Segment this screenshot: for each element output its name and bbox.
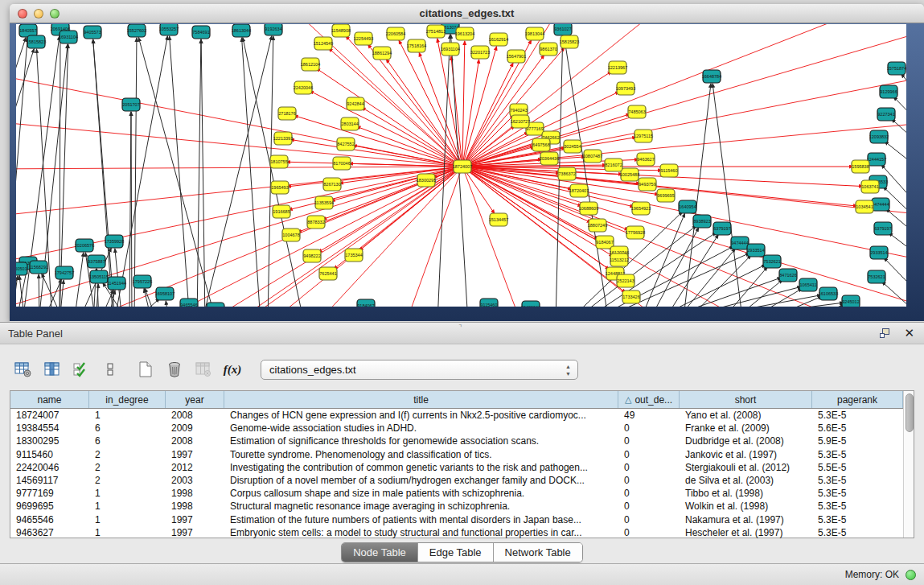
network-node[interactable]: 2803144 bbox=[341, 117, 359, 130]
show-columns-icon[interactable] bbox=[40, 357, 64, 381]
network-node[interactable]: 15527602 bbox=[127, 24, 146, 37]
network-node[interactable]: 7485063 bbox=[628, 105, 646, 118]
network-node[interactable]: 17359928 bbox=[105, 235, 124, 248]
network-node[interactable]: 9184067 bbox=[596, 236, 614, 249]
network-node[interactable]: 11568291 bbox=[29, 261, 48, 274]
network-node[interactable]: 9465546 bbox=[180, 299, 198, 307]
network-node[interactable]: 17756928 bbox=[626, 226, 645, 239]
network-node[interactable]: 7532621 bbox=[868, 270, 885, 283]
network-node[interactable]: 9192634 bbox=[265, 24, 282, 35]
network-node[interactable]: 27514813 bbox=[426, 25, 446, 38]
column-header-pagerank[interactable]: pagerank bbox=[812, 391, 903, 408]
network-node[interactable]: 10807487 bbox=[583, 150, 602, 163]
column-header-out_degree[interactable]: △out_de... bbox=[618, 391, 680, 408]
tab-node-table[interactable]: Node Table bbox=[342, 543, 418, 562]
network-node[interactable]: 9405573 bbox=[84, 26, 101, 39]
table-row[interactable]: 977716911998Corpus callosum shape and si… bbox=[10, 487, 903, 500]
new-column-icon[interactable] bbox=[133, 357, 158, 381]
network-node[interactable]: 16648784 bbox=[702, 70, 721, 83]
table-row[interactable]: 946554611997Estimation of the future num… bbox=[10, 513, 903, 526]
network-node[interactable]: 22420046 bbox=[521, 301, 540, 307]
network-node[interactable]: 11513212 bbox=[610, 253, 629, 266]
column-header-short[interactable]: short bbox=[680, 391, 812, 408]
network-node[interactable]: 18612104 bbox=[301, 58, 320, 71]
network-node[interactable]: 15124549 bbox=[314, 37, 333, 50]
network-node[interactable]: 8878332 bbox=[307, 216, 325, 229]
network-node[interactable]: 1595838 bbox=[852, 160, 869, 173]
network-node[interactable]: 7584691 bbox=[192, 26, 210, 39]
network-node[interactable]: 18724007 bbox=[453, 160, 472, 173]
network-node[interactable]: 22060584 bbox=[386, 27, 405, 40]
network-node[interactable]: 16106533 bbox=[819, 287, 838, 300]
network-node[interactable]: 9227341 bbox=[877, 108, 895, 121]
network-node[interactable]: 13505115 bbox=[89, 270, 109, 283]
network-node[interactable]: 8938923 bbox=[693, 215, 711, 228]
network-node[interactable]: 1916685 bbox=[273, 205, 290, 218]
table-row[interactable]: 911546021997Tourette syndrome. Phenomeno… bbox=[10, 448, 903, 461]
network-node[interactable]: 11548908 bbox=[331, 24, 351, 37]
table-row[interactable]: 1938455462009Genome-wide association stu… bbox=[10, 422, 903, 435]
network-node[interactable]: 16958107 bbox=[155, 287, 175, 300]
network-node[interactable]: 14569117 bbox=[206, 303, 225, 307]
delete-columns-icon[interactable] bbox=[162, 357, 187, 381]
table-row[interactable]: 969969511998Structural magnetic resonanc… bbox=[10, 500, 903, 513]
network-node[interactable]: 20364436 bbox=[540, 152, 559, 165]
network-node[interactable]: 1640954 bbox=[679, 200, 696, 213]
panel-resize-handle[interactable]: ⌝ bbox=[458, 324, 466, 331]
network-node[interactable]: 1810755 bbox=[270, 155, 288, 168]
network-node[interactable]: 18720407 bbox=[569, 184, 589, 197]
network-node[interactable]: 10973493 bbox=[616, 82, 635, 95]
delete-table-icon[interactable] bbox=[191, 357, 216, 381]
network-node[interactable]: 8267130 bbox=[323, 178, 341, 191]
network-node[interactable]: 17942757 bbox=[55, 266, 74, 279]
network-node[interactable]: 32201723 bbox=[470, 46, 490, 59]
network-node[interactable]: 9115460 bbox=[480, 299, 498, 307]
table-row[interactable]: 1872400712008Changes of HCN gene express… bbox=[10, 409, 903, 422]
network-node[interactable]: 9474444 bbox=[731, 237, 749, 249]
network-node[interactable]: 18300295 bbox=[417, 174, 436, 187]
tab-edge-table[interactable]: Edge Table bbox=[418, 543, 494, 562]
function-builder-icon[interactable]: f(x) bbox=[220, 357, 244, 381]
network-node[interactable]: 7532621 bbox=[763, 255, 781, 268]
network-node[interactable]: 19613204 bbox=[455, 27, 474, 40]
network-node[interactable]: 9361027 bbox=[554, 24, 572, 35]
network-node[interactable]: 1034541 bbox=[856, 200, 873, 213]
network-node[interactable]: 1350501 bbox=[16, 262, 27, 275]
network-node[interactable]: 8471626 bbox=[779, 269, 797, 282]
table-mode-icon[interactable] bbox=[11, 357, 35, 381]
network-node[interactable]: 15647901 bbox=[507, 50, 526, 63]
network-node[interactable]: 18861294 bbox=[372, 47, 392, 60]
network-node[interactable]: 10688609 bbox=[579, 202, 598, 215]
column-header-in_degree[interactable]: in_degree bbox=[89, 391, 166, 408]
network-node[interactable]: 2051707 bbox=[122, 98, 140, 111]
network-node[interactable]: 17518164 bbox=[407, 39, 426, 52]
network-node[interactable]: 3024554 bbox=[564, 140, 581, 153]
network-node[interactable]: 7625441 bbox=[319, 267, 337, 280]
row-height-icon[interactable] bbox=[98, 357, 122, 381]
network-node[interactable]: 19654923 bbox=[631, 202, 651, 215]
network-node[interactable]: 1733426 bbox=[622, 290, 640, 303]
network-node[interactable]: 1735344 bbox=[345, 249, 363, 262]
network-node[interactable]: 16162914 bbox=[489, 33, 508, 46]
network-node[interactable]: 16931104 bbox=[441, 43, 460, 56]
network-node[interactable]: 12975115 bbox=[634, 130, 653, 142]
column-header-title[interactable]: title bbox=[224, 391, 618, 408]
network-node[interactable]: 12213393 bbox=[273, 132, 293, 145]
network-node[interactable]: 12093832 bbox=[869, 130, 889, 143]
network-node[interactable]: 16210727 bbox=[511, 115, 530, 128]
network-node[interactable]: 2933514 bbox=[747, 244, 765, 257]
network-node[interactable]: 12213967 bbox=[608, 61, 627, 74]
table-selector-dropdown[interactable]: citations_edges.txt ▲▼ bbox=[261, 360, 578, 380]
network-node[interactable]: 12254493 bbox=[354, 32, 373, 45]
network-node[interactable]: 15815823 bbox=[560, 35, 579, 48]
network-node[interactable]: 9498222 bbox=[303, 249, 321, 262]
column-header-year[interactable]: year bbox=[166, 391, 224, 408]
network-node[interactable]: 8216072 bbox=[605, 159, 622, 171]
float-panel-icon[interactable] bbox=[880, 328, 891, 339]
network-node[interactable]: 19813044 bbox=[525, 27, 544, 40]
table-row[interactable]: 1456911722003Disruption of a novel membe… bbox=[10, 474, 903, 487]
select-columns-icon[interactable] bbox=[69, 357, 93, 381]
network-node[interactable]: 9242844 bbox=[347, 97, 364, 110]
table-scrollbar[interactable] bbox=[903, 391, 914, 538]
network-node[interactable]: 16931104 bbox=[59, 31, 78, 43]
